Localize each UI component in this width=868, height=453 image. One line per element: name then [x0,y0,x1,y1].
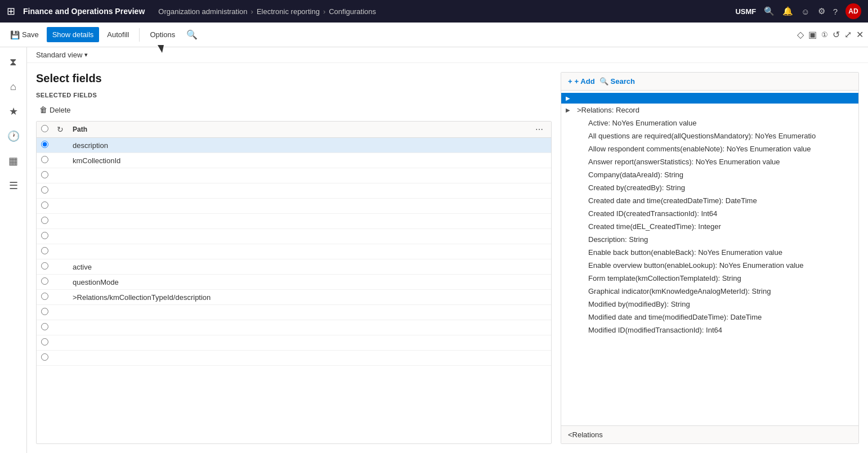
row-radio-5[interactable] [41,217,48,224]
row-radio-4[interactable] [41,201,48,209]
tree-item[interactable]: Enable back button(enableBack): NoYes En… [561,246,858,259]
user-avatar[interactable]: AD [845,3,861,19]
breadcrumb-sep1: › [251,7,253,16]
show-details-button[interactable]: Show details [47,27,100,42]
row-radio-13[interactable] [41,338,48,346]
tree-item[interactable]: ▶ >Relations: Record [561,104,858,116]
table-row[interactable]: kmCollectionId [37,153,551,168]
tree-item[interactable]: Enable overview button(enableLookup): No… [561,259,858,272]
tree-item-text-3: All questions are required(allQuestionsM… [588,132,816,140]
col-menu-icon[interactable]: ⋯ [535,125,547,134]
refresh-col-icon[interactable]: ↻ [57,125,68,134]
table-row[interactable] [37,244,551,259]
tree-item[interactable]: Created time(dEL_CreatedTime): Integer [561,220,858,233]
breadcrumb-org[interactable]: Organization administration [158,7,247,16]
toolbar-right: ◇ ▣ ① ↺ ⤢ ✕ [797,29,863,40]
row-radio-14[interactable] [41,353,48,361]
table-row[interactable] [37,305,551,320]
settings-icon[interactable]: ⚙ [818,6,825,16]
search-label: Search [611,77,635,86]
row-radio-7[interactable] [41,247,48,254]
table-row[interactable]: questionMode [37,275,551,290]
table-row[interactable] [37,168,551,183]
tree-item[interactable]: Active: NoYes Enumeration value [561,116,858,129]
tree-item[interactable]: Modified date and time(modifiedDateTime)… [561,311,858,324]
tree-item[interactable]: Allow respondent comments(enableNote): N… [561,142,858,155]
options-button[interactable]: Options [144,27,181,42]
row-radio-3[interactable] [41,186,48,194]
save-button[interactable]: 💾 Save [5,27,44,43]
table-row[interactable]: active [37,259,551,275]
toolbar: 💾 Save Show details Autofill Options 🔍 ◇… [0,23,868,47]
breadcrumb-config[interactable]: Configurations [329,7,376,16]
tree-item-text-1: >Relations: Record [577,106,639,114]
table-row[interactable] [37,351,551,366]
table-row[interactable] [37,199,551,214]
right-panel: + + Add 🔍 Search ▶ ▶ >Relations: Record … [561,72,859,444]
row-radio-12[interactable] [41,323,48,330]
tree-item[interactable]: Graphical indicator(kmKnowledgeAnalogMet… [561,285,858,298]
tree-item[interactable]: Company(dataAreaId): String [561,168,858,181]
breadcrumb-sep2: › [323,7,325,16]
bell-icon[interactable]: 🔔 [782,6,793,16]
row-radio-0[interactable] [41,141,48,148]
tree-item[interactable]: Modified ID(modifiedTransactionId): Int6… [561,324,858,337]
refresh-icon[interactable]: ↺ [833,29,840,40]
smiley-icon[interactable]: ☺ [801,7,809,16]
toolbar-search-icon[interactable]: 🔍 [186,29,198,40]
tree-item-text-5: Answer report(answerStatistics): NoYes E… [588,158,780,166]
delete-button[interactable]: 🗑 Delete [36,103,74,116]
add-button[interactable]: + + Add [568,77,595,86]
table-row[interactable] [37,214,551,229]
sidebar-menu-icon[interactable]: ☰ [3,176,24,196]
search-icon[interactable]: 🔍 [764,6,775,16]
path-col-header: Path [73,125,531,133]
row-radio-11[interactable] [41,308,48,315]
help-icon[interactable]: ? [833,7,838,16]
select-all-radio[interactable] [41,125,48,132]
expand-icon[interactable]: ⤢ [844,29,852,40]
sidebar-clock-icon[interactable]: 🕐 [3,126,24,146]
close-icon[interactable]: ✕ [856,29,863,40]
breadcrumb-er[interactable]: Electronic reporting [257,7,320,16]
sidebar-filter-icon[interactable]: ⧗ [3,52,24,72]
row-radio-2[interactable] [41,171,48,178]
tree-item[interactable]: Form template(kmCollectionTemplateId): S… [561,272,858,285]
row-radio-10[interactable] [41,293,48,300]
right-panel-footer: <Relations [561,425,858,443]
tree-item[interactable]: Created date and time(createdDateTime): … [561,194,858,207]
autofill-button[interactable]: Autofill [101,27,135,42]
tree-item-text-12: Enable back button(enableBack): NoYes En… [588,248,782,257]
tree-item[interactable]: All questions are required(allQuestionsM… [561,129,858,142]
table-row[interactable] [37,335,551,351]
table-row[interactable] [37,183,551,199]
view-selector[interactable]: Standard view ▾ [36,51,88,59]
sidebar-star-icon[interactable]: ★ [3,101,24,122]
main-content: Standard view ▾ Select fields SELECTED F… [27,47,868,453]
sidebar-grid-icon[interactable]: ▦ [3,151,24,171]
table-row[interactable]: >Relations/kmCollectionTypeId/descriptio… [37,290,551,305]
tree-item[interactable]: Modified by(modifiedBy): String [561,298,858,311]
search-button[interactable]: 🔍 Search [599,77,635,86]
table-row[interactable]: description [37,138,551,153]
diamond-icon[interactable]: ◇ [797,29,804,40]
tree-item[interactable]: ▶ [561,93,858,104]
row-radio-1[interactable] [41,156,48,163]
row-radio-9[interactable] [41,277,48,285]
row-radio-6[interactable] [41,232,48,239]
tree-item-text-18: Modified ID(modifiedTransactionId): Int6… [588,326,722,334]
tree-item[interactable]: Description: String [561,233,858,246]
footer-text: <Relations [568,430,603,439]
tree-item[interactable]: Created ID(createdTransactionId): Int64 [561,207,858,220]
tree-item[interactable]: Created by(createdBy): String [561,181,858,194]
table-row[interactable] [37,320,551,335]
table-row[interactable] [37,229,551,244]
tree-item[interactable]: Answer report(answerStatistics): NoYes E… [561,155,858,168]
badge-icon[interactable]: ① [821,30,828,39]
tree-item-text-10: Created time(dEL_CreatedTime): Integer [588,222,721,231]
row-radio-8[interactable] [41,262,48,270]
app-grid-icon[interactable]: ⊞ [7,5,15,17]
sidebar-home-icon[interactable]: ⌂ [3,77,24,97]
panel-icon[interactable]: ▣ [808,29,817,40]
table-rows-container: description kmCollectionId active questi… [37,138,551,366]
